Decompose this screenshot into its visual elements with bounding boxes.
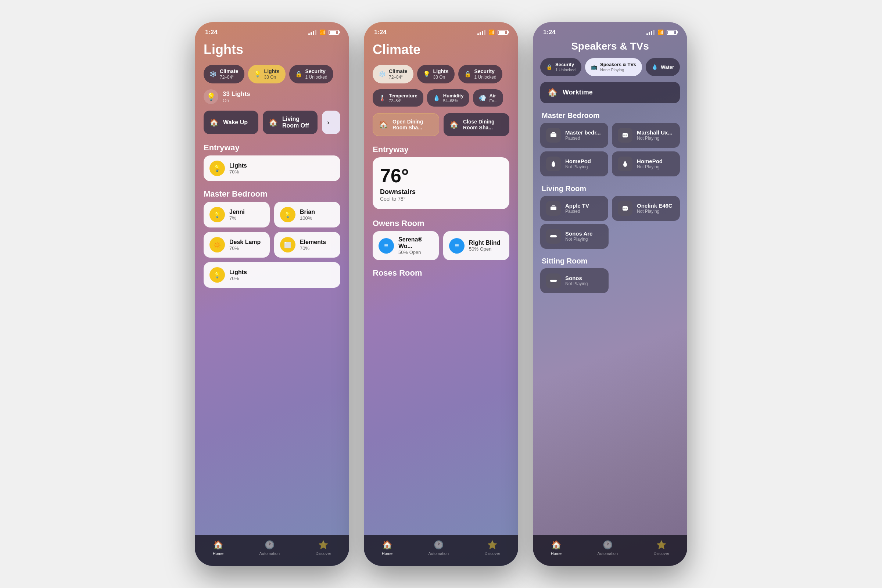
sonos-arc-card[interactable]: Sonos Arc Not Playing — [540, 224, 609, 249]
bottom-nav-lights: 🏠 Home 🕐 Automation ⭐ Discover — [195, 535, 349, 566]
humidity-stat-value: 54–68% — [443, 99, 464, 103]
owens-room-grid: ≡ Serena® Wo... 50% Open ≡ Right Blind 5… — [364, 231, 518, 260]
living-room-off-btn[interactable]: 🏠 Living Room Off — [263, 111, 318, 134]
pill-lights-active[interactable]: 💡 Lights 33 On — [248, 64, 285, 83]
apple-tv-card[interactable]: Apple TV Paused — [540, 196, 608, 221]
open-dining-btn[interactable]: 🏠 Open Dining Room Sha... — [373, 113, 439, 136]
speakers-tvs-tab[interactable]: 📺 Speakers & TVs None Playing — [585, 58, 642, 76]
mb-lights-name: Lights — [230, 269, 334, 276]
climate-active-sub: 72–84° — [389, 75, 408, 80]
sonos-sitting-card[interactable]: Sonos Not Playing — [540, 268, 609, 293]
status-bar-lights: 1:24 📶 — [195, 22, 349, 39]
speakers-tvs-tab-icon: 📺 — [591, 64, 597, 70]
lights-pill-icon: 💡 — [254, 70, 261, 78]
temperature-stat-label: Temperature — [389, 93, 417, 99]
status-bar-climate: 1:24 📶 — [364, 22, 518, 39]
security-tab-icon: 🔒 — [546, 64, 552, 70]
scene-row-lights: 🏠 Wake Up 🏠 Living Room Off › — [195, 107, 349, 138]
brian-card[interactable]: 💡 Brian 100% — [274, 202, 340, 228]
signal-icon-climate — [477, 30, 486, 35]
homepod-2-card[interactable]: HomePod Not Playing — [612, 152, 680, 176]
status-right-lights: 📶 — [308, 29, 339, 35]
status-bar-speakers: 1:24 📶 — [533, 22, 687, 39]
master-bedr-name: Master bedr... — [565, 129, 601, 136]
all-lights-count: 33 Lights — [223, 90, 250, 98]
speakers-tvs-tab-sub: None Playing — [600, 68, 636, 72]
nav-automation-speakers[interactable]: 🕐 Automation — [597, 540, 618, 556]
pill-climate-lights[interactable]: ❄️ Climate 72–84° — [204, 64, 244, 83]
climate-pill-label: Climate — [220, 68, 238, 75]
nav-discover-speakers-label: Discover — [653, 551, 669, 556]
water-tab[interactable]: 💧 Water — [646, 58, 680, 76]
close-dining-btn[interactable]: 🏠 Close Dining Room Sha... — [444, 113, 509, 136]
master-bedr-info: Master bedr... Paused — [565, 129, 601, 141]
temperature-stat[interactable]: 🌡️ Temperature 72–84° — [373, 89, 423, 106]
apple-tv-icon — [546, 201, 561, 216]
desk-lamp-name: Desk Lamp — [230, 239, 264, 246]
all-lights-icon: 💡 — [204, 89, 218, 104]
more-scenes-btn[interactable]: › — [322, 111, 340, 134]
nav-home-speakers-label: Home — [551, 551, 561, 556]
nav-discover-lights[interactable]: ⭐ Discover — [315, 540, 331, 556]
worktime-btn[interactable]: 🏠 Worktime — [540, 82, 680, 103]
nav-discover-speakers-icon: ⭐ — [656, 540, 666, 550]
temp-card[interactable]: 76° Downstairs Cool to 78° — [373, 157, 509, 209]
nav-discover-climate[interactable]: ⭐ Discover — [484, 540, 500, 556]
pill-lights-climate[interactable]: 💡 Lights 33 On — [417, 64, 454, 83]
battery-icon — [328, 30, 339, 35]
pill-security-lights[interactable]: 🔒 Security 1 Unlocked — [289, 64, 333, 83]
climate-pill-sub: 72–84° — [220, 75, 238, 80]
temperature-stat-icon: 🌡️ — [378, 94, 386, 101]
security-tab[interactable]: 🔒 Security 1 Unlocked — [540, 58, 581, 76]
entryway-label-lights: Entryway — [195, 138, 349, 156]
pill-climate-active[interactable]: ❄️ Climate 72–84° — [373, 64, 413, 83]
elements-card[interactable]: ⬜ Elements 70% — [274, 232, 340, 258]
master-bedr-card[interactable]: Master bedr... Paused — [540, 123, 608, 148]
nav-home-label: Home — [213, 551, 224, 556]
nav-home-speakers[interactable]: 🏠 Home — [551, 540, 561, 556]
living-room-off-icon: 🏠 — [268, 118, 278, 127]
brian-icon: 💡 — [280, 207, 296, 222]
jenni-card[interactable]: 💡 Jenni 7% — [204, 202, 270, 228]
onelink-card[interactable]: Onelink E46C Not Playing — [612, 196, 680, 221]
nav-home-climate[interactable]: 🏠 Home — [382, 540, 393, 556]
master-bedroom-label-lights: Master Bedroom — [195, 184, 349, 202]
security-pill-sub: 1 Unlocked — [305, 75, 327, 80]
lights-pill-label: Lights — [264, 68, 280, 75]
nav-automation-label: Automation — [259, 551, 280, 556]
wake-up-btn[interactable]: 🏠 Wake Up — [204, 111, 258, 134]
air-stat[interactable]: 💨 Air Ex... — [473, 89, 503, 106]
jenni-name: Jenni — [230, 209, 264, 215]
right-blind-card[interactable]: ≡ Right Blind 50% Open — [443, 231, 509, 260]
desk-lamp-card[interactable]: 🔆 Desk Lamp 70% — [204, 232, 270, 258]
roses-room-label: Roses Room — [364, 263, 518, 281]
mb-lights-info: Lights 70% — [230, 269, 334, 281]
category-pills-lights: ❄️ Climate 72–84° 💡 Lights 33 On 🔒 — [195, 62, 349, 86]
sonos-sitting-name: Sonos — [565, 275, 588, 281]
marshall-ux-card[interactable]: Marshall Ux... Not Playing — [612, 123, 680, 148]
mb-lights-status: 70% — [230, 276, 334, 281]
living-room-speakers-grid: Apple TV Paused Onelink E46C Not Playing — [533, 196, 687, 221]
nav-automation-climate-icon: 🕐 — [434, 540, 444, 550]
nav-home-lights[interactable]: 🏠 Home — [213, 540, 224, 556]
svg-rect-15 — [550, 280, 557, 282]
serena-wo-card[interactable]: ≡ Serena® Wo... 50% Open — [373, 231, 439, 260]
nav-automation-lights[interactable]: 🕐 Automation — [259, 540, 280, 556]
pill-security-climate[interactable]: 🔒 Security 1 Unlocked — [458, 64, 502, 83]
elements-info: Elements 70% — [300, 239, 334, 251]
lights-screen: 1:24 📶 Lights — [195, 22, 349, 566]
mb-lights-card[interactable]: 💡 Lights 70% — [204, 262, 340, 288]
nav-home-climate-icon: 🏠 — [382, 540, 392, 550]
svg-rect-1 — [552, 132, 555, 133]
nav-discover-speakers[interactable]: ⭐ Discover — [653, 540, 669, 556]
nav-automation-climate[interactable]: 🕐 Automation — [428, 540, 449, 556]
security-tab-sub: 1 Unlocked — [555, 68, 576, 72]
climate-active-icon: ❄️ — [378, 70, 386, 78]
nav-automation-speakers-label: Automation — [597, 551, 618, 556]
humidity-stat[interactable]: 💧 Humidity 54–68% — [427, 89, 470, 106]
entryway-lights-card[interactable]: 💡 Lights 70% — [204, 156, 340, 181]
humidity-stat-label: Humidity — [443, 93, 464, 99]
air-stat-label: Air — [489, 93, 497, 99]
master-bedroom-speakers-label: Master Bedroom — [533, 106, 687, 123]
homepod-1-card[interactable]: HomePod Not Playing — [540, 152, 608, 176]
